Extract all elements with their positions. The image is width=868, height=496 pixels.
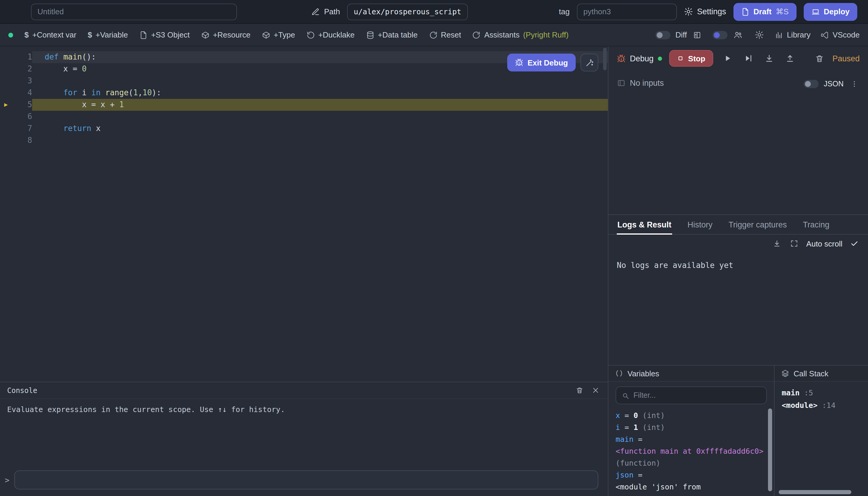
diff-view-button[interactable] — [692, 30, 702, 40]
gear-icon — [684, 7, 693, 16]
tag-input[interactable] — [577, 3, 677, 20]
line-number: 7 — [12, 123, 32, 135]
continue-button[interactable] — [721, 52, 733, 64]
kebab-icon — [850, 80, 858, 88]
variables-title: Variables — [628, 369, 659, 378]
tab-logs-result[interactable]: Logs & Result — [617, 215, 672, 234]
box-icon — [262, 31, 270, 39]
call-stack-scrollbar[interactable] — [779, 490, 852, 494]
draft-button[interactable]: Draft ⌘S — [733, 3, 796, 20]
line-content: for i in range(1,10): — [32, 87, 608, 99]
check-icon — [850, 239, 858, 248]
callstack-frames: main :5<module> :14 — [775, 382, 868, 496]
add-type-button[interactable]: +Type — [262, 30, 295, 39]
script-title-input[interactable] — [31, 3, 237, 20]
assistants-button[interactable]: Assistants (Pyright Ruff) — [472, 30, 569, 39]
ai-assist-button[interactable] — [581, 53, 598, 72]
variable-item-x[interactable]: x = 0 (int) — [616, 410, 767, 422]
console-hint: Evaluate expressions in the current scop… — [0, 399, 608, 420]
play-icon — [723, 53, 732, 63]
diff-toggle[interactable] — [656, 31, 670, 39]
scrollbar-thumb[interactable] — [603, 48, 607, 70]
variable-item-i[interactable]: i = 1 (int) — [616, 422, 767, 433]
download-logs-button[interactable] — [772, 238, 783, 249]
topbar: Path u/alex/prosperous_script tag Settin… — [0, 0, 868, 24]
variable-item-main[interactable]: main =<function main at 0xffffadadd6c0>(… — [616, 433, 767, 469]
code-line-6[interactable]: 6 — [0, 111, 608, 123]
debug-toolbar: Debug Stop — [609, 46, 868, 70]
reset-button[interactable]: Reset — [429, 30, 461, 39]
step-out-button[interactable] — [784, 52, 796, 64]
auto-scroll-checkbox[interactable] — [849, 238, 860, 249]
pencil-icon — [312, 7, 320, 16]
filter-box — [616, 386, 767, 404]
close-icon — [592, 386, 600, 394]
bug-icon — [515, 58, 523, 67]
variables-scrollbar[interactable] — [768, 408, 772, 491]
toggle-knob — [657, 32, 663, 38]
variables-header: Variables — [609, 366, 774, 382]
gutter-slot — [0, 111, 12, 123]
add-context-var-button[interactable]: $ +Context var — [25, 30, 77, 39]
no-inputs-message: No inputs — [617, 79, 664, 88]
settings-button[interactable]: Settings — [684, 7, 726, 16]
add-s3-object-button[interactable]: +S3 Object — [139, 30, 190, 39]
tab-tracing[interactable]: Tracing — [802, 215, 830, 234]
debug-panel: Debug Stop — [608, 46, 868, 496]
stack-frame[interactable]: <module> :14 — [782, 399, 861, 412]
reset-label: Reset — [441, 30, 461, 39]
bug-icon — [617, 54, 626, 63]
tag-label: tag — [559, 7, 570, 16]
variables-filter-input[interactable] — [633, 391, 761, 400]
gutter-slot — [0, 135, 12, 146]
script-path[interactable]: u/alex/prosperous_script — [347, 3, 468, 20]
add-variable-button[interactable]: $ +Variable — [88, 30, 128, 39]
vscode-button[interactable]: VScode — [821, 30, 860, 39]
step-over-button[interactable] — [742, 52, 754, 64]
multiplayer-toggle[interactable] — [712, 31, 727, 39]
tab-history[interactable]: History — [687, 215, 713, 234]
database-icon — [366, 31, 374, 39]
exit-debug-button[interactable]: Exit Debug — [507, 53, 576, 72]
step-into-button[interactable] — [763, 52, 775, 64]
upload-arrow-icon — [785, 53, 794, 63]
deploy-button[interactable]: Deploy — [803, 3, 857, 20]
add-resource-button[interactable]: +Resource — [201, 30, 250, 39]
settings-label: Settings — [697, 7, 726, 16]
code-line-4[interactable]: 4 for i in range(1,10): — [0, 87, 608, 99]
reset-icon — [429, 31, 437, 39]
tab-trigger-captures[interactable]: Trigger captures — [728, 215, 788, 234]
add-data-table-button[interactable]: +Data table — [366, 30, 417, 39]
code-line-7[interactable]: 7 return x — [0, 123, 608, 135]
debug-clear-button[interactable] — [814, 53, 825, 64]
editor-scrollbar[interactable] — [603, 46, 607, 382]
code-line-3[interactable]: 3 — [0, 75, 608, 87]
library-button[interactable]: Library — [775, 30, 810, 39]
json-label: JSON — [824, 80, 843, 88]
code-line-8[interactable]: 8 — [0, 135, 608, 146]
line-content — [32, 75, 608, 87]
line-number: 8 — [12, 135, 32, 146]
stop-button[interactable]: Stop — [669, 50, 713, 67]
add-ducklake-button[interactable]: +Ducklake — [306, 30, 354, 39]
download-icon — [773, 239, 782, 248]
stack-frame[interactable]: main :5 — [782, 386, 861, 399]
code-line-5[interactable]: ▶5 x = x + 1 — [0, 99, 608, 111]
json-toggle[interactable] — [803, 80, 818, 88]
more-options-button[interactable] — [849, 79, 860, 89]
diff-label: Diff — [675, 30, 687, 39]
laptop-icon — [811, 7, 820, 16]
expand-logs-button[interactable] — [789, 238, 800, 249]
collaborators-button[interactable] — [732, 29, 743, 41]
console-prompt: > — [5, 476, 10, 484]
editor-settings-button[interactable] — [753, 29, 765, 41]
code-editor[interactable]: 1def main():2 x = 034 for i in range(1,1… — [0, 46, 608, 382]
console-close-button[interactable] — [590, 385, 601, 396]
variable-item-json[interactable]: json =<module 'json' from — [616, 469, 767, 493]
toolbar-right-cluster: Diff Library VScode — [656, 29, 860, 41]
console-clear-button[interactable] — [574, 385, 585, 396]
debug-step-controls — [721, 52, 796, 64]
console-input[interactable] — [14, 470, 598, 490]
ducklake-icon — [306, 31, 315, 39]
path-edit-button[interactable]: Path — [312, 7, 340, 16]
